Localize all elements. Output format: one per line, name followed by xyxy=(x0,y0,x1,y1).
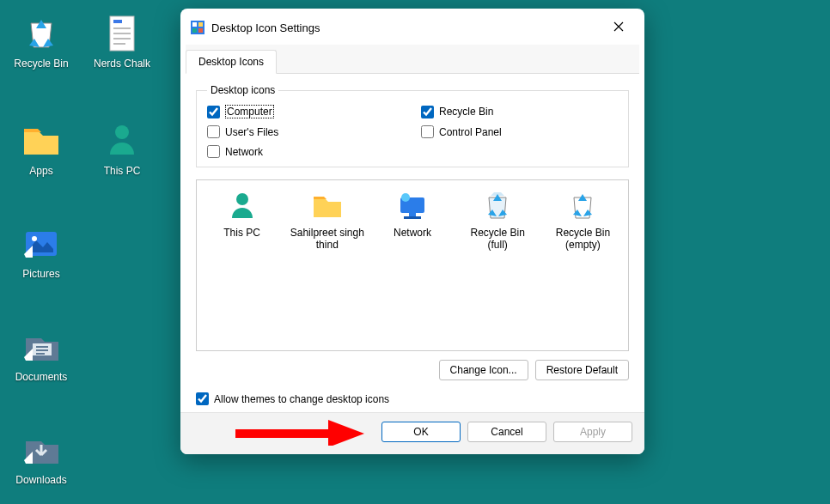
svg-rect-8 xyxy=(198,22,203,27)
recycle-bin-empty-icon xyxy=(565,189,600,223)
preview-label: Recycle Bin (full) xyxy=(460,227,536,251)
document-icon xyxy=(101,13,143,54)
tabstrip: Desktop Icons xyxy=(186,45,639,74)
dialog-footer: OK Cancel Apply xyxy=(180,412,644,454)
cancel-button[interactable]: Cancel xyxy=(467,422,546,442)
desktop-icon-pictures[interactable]: Pictures xyxy=(7,223,76,280)
dialog-title: Desktop Icon Settings xyxy=(211,21,603,34)
svg-point-1 xyxy=(32,236,37,241)
desktop-icon-recycle-bin[interactable]: Recycle Bin xyxy=(7,13,76,70)
svg-rect-14 xyxy=(404,216,421,219)
desktop-icon-label: This PC xyxy=(104,165,141,177)
check-computer[interactable]: Computer xyxy=(207,105,404,118)
preview-recycle-empty[interactable]: Recycle Bin (empty) xyxy=(545,189,621,251)
ok-button[interactable]: OK xyxy=(381,422,461,442)
check-label: Recycle Bin xyxy=(439,106,493,118)
icon-preview-list: This PC Sahilpreet singh thind Network R… xyxy=(196,179,629,351)
tab-desktop-icons[interactable]: Desktop Icons xyxy=(186,50,277,74)
desktop-icon-this-pc[interactable]: This PC xyxy=(88,120,156,177)
this-pc-icon xyxy=(101,120,143,161)
desktop-icon-downloads[interactable]: Downloads xyxy=(7,429,76,486)
themes-check-label: Allow themes to change desktop icons xyxy=(214,393,389,405)
checkbox-network[interactable] xyxy=(207,145,220,158)
this-pc-icon xyxy=(225,189,259,223)
svg-rect-4 xyxy=(113,20,122,23)
checkbox-control-panel[interactable] xyxy=(421,125,434,138)
check-recycle-bin[interactable]: Recycle Bin xyxy=(421,105,618,118)
checkbox-computer[interactable] xyxy=(207,106,220,118)
preview-user-folder[interactable]: Sahilpreet singh thind xyxy=(289,189,365,251)
check-control-panel[interactable]: Control Panel xyxy=(421,125,618,138)
preview-network[interactable]: Network xyxy=(374,189,450,239)
svg-point-5 xyxy=(115,125,129,139)
desktop-icon-documents[interactable]: Documents xyxy=(7,326,76,383)
close-icon xyxy=(613,21,624,34)
recycle-bin-full-icon xyxy=(480,189,515,223)
desktop-icon-label: Apps xyxy=(29,165,52,177)
close-button[interactable] xyxy=(603,15,634,39)
svg-rect-16 xyxy=(235,429,330,438)
restore-default-button[interactable]: Restore Default xyxy=(535,360,629,380)
recycle-bin-icon xyxy=(21,13,62,54)
preview-this-pc[interactable]: This PC xyxy=(204,189,280,239)
desktop-icons-group: Desktop icons Computer Recycle Bin User'… xyxy=(196,84,629,167)
preview-label: Sahilpreet singh thind xyxy=(289,227,365,251)
desktop-icon-apps[interactable]: Apps xyxy=(7,120,76,177)
preview-recycle-full[interactable]: Recycle Bin (full) xyxy=(460,189,536,251)
change-icon-button[interactable]: Change Icon... xyxy=(439,360,528,380)
apply-button: Apply xyxy=(553,422,632,442)
check-users-files[interactable]: User's Files xyxy=(207,125,404,138)
svg-point-11 xyxy=(236,193,248,205)
network-icon xyxy=(395,189,430,223)
desktop-icon-nerds-chalk[interactable]: Nerds Chalk xyxy=(88,13,156,70)
check-label: Computer xyxy=(225,105,274,118)
svg-rect-10 xyxy=(198,28,203,33)
downloads-icon xyxy=(21,429,62,471)
checkbox-users-files[interactable] xyxy=(207,125,220,138)
pictures-icon xyxy=(21,223,62,264)
check-label: Control Panel xyxy=(439,126,502,138)
desktop-icon-label: Downloads xyxy=(15,474,66,486)
preview-label: Recycle Bin (empty) xyxy=(545,227,621,251)
desktop-icon-settings-dialog: Desktop Icon Settings Desktop Icons Desk… xyxy=(180,9,644,454)
annotation-arrow xyxy=(235,420,364,446)
desktop-icon-label: Nerds Chalk xyxy=(94,58,150,70)
svg-rect-7 xyxy=(192,22,197,27)
documents-icon xyxy=(21,326,62,367)
svg-rect-13 xyxy=(409,213,416,216)
checkbox-allow-themes[interactable] xyxy=(196,392,209,405)
titlebar[interactable]: Desktop Icon Settings xyxy=(180,9,644,45)
check-label: User's Files xyxy=(225,126,278,138)
control-panel-icon xyxy=(191,21,204,34)
desktop-icon-label: Recycle Bin xyxy=(14,58,68,70)
svg-point-15 xyxy=(401,193,410,202)
preview-label: Network xyxy=(394,227,431,239)
svg-rect-9 xyxy=(192,28,197,33)
folder-icon xyxy=(21,120,62,161)
checkbox-recycle-bin[interactable] xyxy=(421,106,434,118)
desktop-icon-label: Pictures xyxy=(22,268,59,280)
check-network[interactable]: Network xyxy=(207,145,404,158)
themes-check-row[interactable]: Allow themes to change desktop icons xyxy=(196,392,629,405)
group-legend: Desktop icons xyxy=(207,84,278,96)
check-label: Network xyxy=(225,146,263,158)
preview-label: This PC xyxy=(223,227,260,239)
desktop-icon-label: Documents xyxy=(15,371,68,383)
folder-icon xyxy=(310,189,345,223)
